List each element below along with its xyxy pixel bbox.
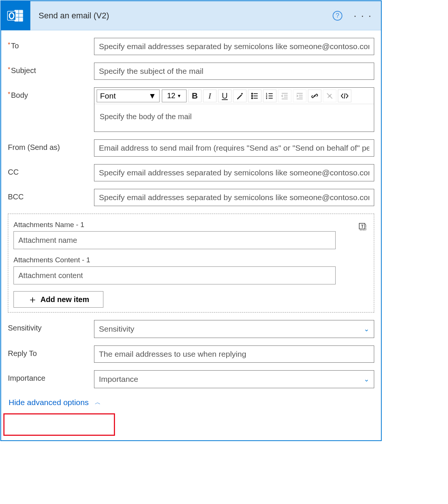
- italic-button[interactable]: I: [203, 90, 217, 102]
- outlook-icon: [1, 1, 30, 30]
- svg-text:3: 3: [266, 97, 267, 99]
- svg-point-12: [252, 97, 253, 99]
- cc-label: CC: [8, 164, 94, 176]
- outdent-button[interactable]: [278, 90, 291, 102]
- plus-icon: ＋: [28, 293, 37, 306]
- underline-button[interactable]: U: [218, 90, 231, 102]
- cc-input[interactable]: [94, 164, 374, 181]
- attachment-content-input[interactable]: [13, 266, 336, 284]
- indent-button[interactable]: [293, 90, 306, 102]
- help-icon[interactable]: ?: [333, 11, 342, 21]
- bullet-list-button[interactable]: [248, 90, 261, 102]
- editor-toolbar: Font▼ 12▼ B I U 123: [94, 88, 374, 104]
- chevron-up-icon: ︿: [95, 399, 101, 407]
- replyto-input[interactable]: [94, 345, 374, 363]
- add-new-item-button[interactable]: ＋ Add new item: [13, 291, 103, 308]
- unlink-button[interactable]: [323, 90, 336, 102]
- chevron-down-icon: ⌄: [364, 325, 369, 333]
- svg-line-29: [344, 93, 345, 99]
- sensitivity-label: Sensitivity: [8, 320, 94, 332]
- importance-select[interactable]: Importance ⌄: [94, 370, 374, 388]
- svg-point-10: [252, 95, 253, 96]
- subject-input[interactable]: [94, 63, 374, 80]
- to-label: To: [8, 38, 94, 50]
- more-menu-icon[interactable]: · · ·: [354, 10, 372, 22]
- card-body: To Subject Body Font▼ 12▼ B I U: [1, 30, 381, 440]
- card-header: Send an email (V2) ? · · ·: [1, 1, 381, 30]
- link-button[interactable]: [308, 90, 321, 102]
- hide-advanced-options-link[interactable]: Hide advanced options ︿: [8, 396, 374, 409]
- body-editor: Font▼ 12▼ B I U 123: [94, 87, 374, 132]
- replyto-label: Reply To: [8, 345, 94, 358]
- svg-point-7: [241, 93, 243, 94]
- bold-button[interactable]: B: [188, 90, 202, 102]
- add-item-label: Add new item: [40, 295, 89, 304]
- body-input[interactable]: Specify the body of the mail: [94, 104, 374, 132]
- attachment-content-label: Attachments Content - 1: [13, 256, 369, 264]
- svg-text:T: T: [361, 224, 364, 229]
- attachment-name-input[interactable]: [13, 231, 336, 249]
- attachment-name-label: Attachments Name - 1: [13, 221, 369, 229]
- importance-label: Importance: [8, 370, 94, 383]
- numbered-list-button[interactable]: 123: [263, 90, 276, 102]
- bcc-label: BCC: [8, 189, 94, 201]
- array-mode-icon[interactable]: T: [358, 222, 369, 233]
- card-title: Send an email (V2): [39, 11, 333, 21]
- to-input[interactable]: [94, 38, 374, 55]
- bcc-input[interactable]: [94, 189, 374, 206]
- color-picker-button[interactable]: [233, 90, 246, 102]
- body-label: Body: [8, 87, 94, 100]
- sensitivity-select[interactable]: Sensitivity ⌄: [94, 320, 374, 338]
- subject-label: Subject: [8, 63, 94, 75]
- attachments-section: T Attachments Name - 1 Attachments Conte…: [8, 214, 374, 313]
- font-picker[interactable]: Font▼: [97, 90, 160, 102]
- font-size-picker[interactable]: 12▼: [162, 90, 187, 102]
- highlight-annotation: [3, 413, 115, 436]
- from-label: From (Send as): [8, 139, 94, 152]
- chevron-down-icon: ⌄: [364, 375, 369, 383]
- from-input[interactable]: [94, 139, 374, 157]
- code-view-button[interactable]: [338, 90, 351, 102]
- svg-point-8: [252, 93, 253, 94]
- action-card: Send an email (V2) ? · · · To Subject Bo…: [0, 0, 382, 441]
